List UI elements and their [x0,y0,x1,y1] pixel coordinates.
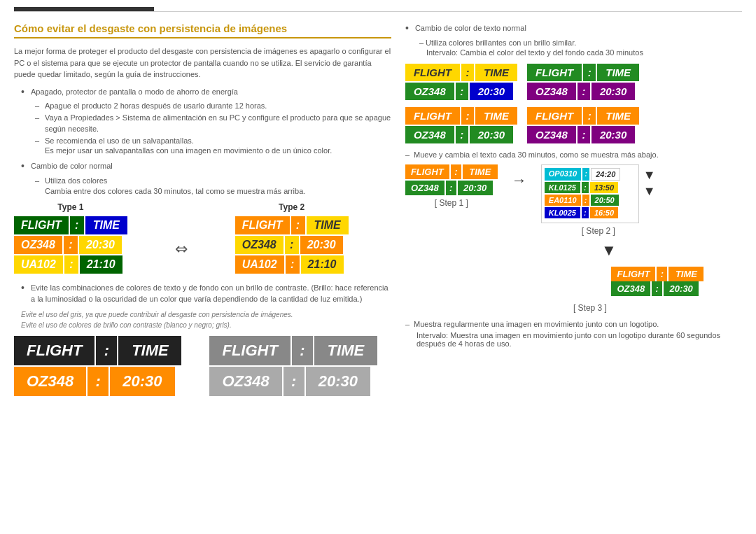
type2-row1: OZ348 : 20:30 [235,236,349,254]
step3-board: FLIGHT : TIME OZ348 : 20:30 [611,267,704,296]
step3-oz348: OZ348 [611,281,650,296]
warning-item: • Evite las combinaciones de colores de … [21,282,391,305]
right-sub3: Intervalo: Muestra una imagen en movimie… [416,331,742,348]
step3-header: FLIGHT : TIME [611,267,704,281]
bullet-dot-2: • [21,160,27,172]
t1-2110: 21:10 [80,255,122,274]
step3-flight: FLIGHT [611,267,655,281]
step3-col: FLIGHT : TIME OZ348 : 20:30 [ Step 3 ] [573,262,742,313]
t2-time-label: TIME [307,216,349,234]
bullet1-sub2: Vaya a Propiedades > Sistema de alimenta… [45,112,391,135]
dash-note-row: – Mueve y cambia el texto cada 30 minuto… [405,150,742,159]
sc-1650: 16:50 [590,207,618,218]
sb3-oz348: OZ348 [405,126,454,143]
gray-board-header: FLIGHT : TIME [209,336,377,365]
bullet-2: • Cambio de color normal [21,160,391,172]
gray-flight: FLIGHT [209,336,290,365]
bullet1-sub3: Se recomienda el uso de un salvapantalla… [45,135,194,147]
black-2030: 20:30 [110,367,174,396]
step1-header: FLIGHT : TIME [405,164,498,179]
sc-c4: : [582,207,589,218]
type1-header: FLIGHT : TIME [14,216,127,234]
bullet-section-1: • Apagado, protector de pantalla o modo … [21,86,391,155]
right-sub2: Intervalo: Cambia el color del texto y d… [426,48,742,57]
t2-2110: 21:10 [301,255,344,274]
bullet2-main: Cambio de color normal [31,160,113,172]
exchange-arrow-icon: ⇔ [175,240,188,258]
double-down-arrows: ▼ ▼ [643,168,656,199]
small-board-4: FLIGHT : TIME OZ348 : 20:30 [527,107,639,143]
type2-label: Type 2 [235,202,349,212]
step1-flight: FLIGHT [405,164,449,179]
scroll-row-1: OP0310 : 24:20 [545,168,636,181]
black-colon-h: : [96,336,117,365]
type1-row2: UA102 : 21:10 [14,255,127,274]
step3-colon-h: : [657,267,667,281]
step2-col: OP0310 : 24:20 KL0125 : 13:50 EA0110 [541,164,656,236]
small-board-1: FLIGHT : TIME OZ348 : 20:30 [405,64,517,100]
sb4-colon-r: : [578,126,590,143]
top-line [14,11,742,12]
type2-row2: UA102 : 21:10 [235,255,349,274]
right-sub1-text: Utiliza colores brillantes con un brillo… [426,38,576,47]
t1-2030: 20:30 [79,236,122,254]
right-sub1: – Utiliza colores brillantes con un bril… [419,37,742,49]
step1-label: [ Step 1 ] [435,198,468,208]
sc-c3: : [582,195,589,206]
t1-colon-header: : [70,216,84,234]
bullet1-note: Es mejor usar un salvapantallas con una … [45,146,391,155]
sb2-2030: 20:30 [592,83,635,100]
black-board-row: OZ348 : 20:30 [14,367,181,396]
sb4-2030: 20:30 [592,126,635,143]
warning-section: • Evite las combinaciones de colores de … [21,282,391,305]
bullet1-main: Apagado, protector de pantalla o modo de… [31,86,238,98]
sb1-colon-h: : [461,64,474,81]
step1-colon-h: : [451,164,461,179]
bottom-note: – Muestra regularmente una imagen en mov… [405,320,742,348]
step3-label: [ Step 3 ] [573,303,607,313]
type1-section: Type 1 FLIGHT : TIME OZ348 : 20:30 UA102 [14,202,127,275]
sb1-2030: 20:30 [470,83,513,100]
sb3-colon-r: : [456,126,468,143]
type1-label: Type 1 [14,202,127,212]
step1-2030: 20:30 [458,181,493,195]
sc-kl0125: KL0125 [545,182,580,193]
step1-col: FLIGHT : TIME OZ348 : 20:30 [ Step 1 ] [405,164,498,208]
bullet2-note: Cambia entre dos colores cada 30 minutos… [45,187,391,195]
black-board: FLIGHT : TIME OZ348 : 20:30 [14,336,181,396]
small-board-2: FLIGHT : TIME OZ348 : 20:30 [527,64,639,100]
step3-2030: 20:30 [664,281,699,296]
scroll-row-4: KL0025 : 16:50 [545,207,636,218]
bullet-dot: • [21,86,27,98]
down-arrow-3-icon: ▼ [601,241,617,260]
down-arrow-1-icon: ▼ [643,168,656,183]
sb2-colon-h: : [583,64,596,81]
dash-note2-row: – Muestra regularmente una imagen en mov… [405,320,742,328]
sc-2050: 20:50 [591,195,619,206]
sub-list-1: – Apague el producto 2 horas después de … [35,100,391,155]
small-board-3: FLIGHT : TIME OZ348 : 20:30 [405,107,517,143]
sb2-row: OZ348 : 20:30 [527,83,639,100]
sub-item-2: – Vaya a Propiedades > Sistema de alimen… [35,112,391,135]
gray-time: TIME [314,336,377,365]
sb3-colon-h: : [461,107,474,125]
small-boards-row2: FLIGHT : TIME OZ348 : 20:30 FLIGHT : TIM… [405,107,742,143]
sb2-oz348: OZ348 [527,83,576,100]
sc-2420: 24:20 [591,168,620,181]
sb1-colon-r: : [456,83,468,100]
sb3-2030: 20:30 [470,126,513,143]
type2-header: FLIGHT : TIME [235,216,349,234]
right-bullet1: • Cambio de color de texto normal [405,22,742,34]
step3-time: TIME [668,267,704,281]
left-column: Cómo evitar el desgaste con persistencia… [14,22,391,396]
sb2-time: TIME [597,64,639,81]
step1-time: TIME [463,164,498,179]
step1-board: FLIGHT : TIME OZ348 : 20:30 [405,164,498,195]
sb3-flight: FLIGHT [405,107,460,125]
step-arrows: → [512,171,527,190]
right-dash1: Mueve y cambia el texto cada 30 minutos,… [414,150,659,159]
t1-colon2: : [64,255,78,274]
t2-flight-label: FLIGHT [235,216,290,234]
warning3: Evite el uso de colores de brillo con co… [21,321,391,329]
type2-board: FLIGHT : TIME OZ348 : 20:30 UA102 : 21:1… [235,216,349,275]
